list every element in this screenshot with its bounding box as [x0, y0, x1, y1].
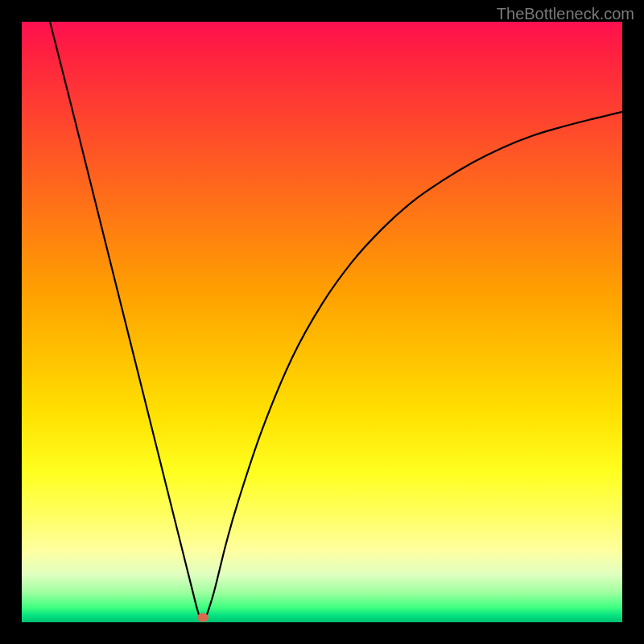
watermark-text: TheBottleneck.com: [497, 5, 634, 23]
minimum-marker: [197, 613, 208, 622]
chart-curve: [22, 22, 622, 622]
